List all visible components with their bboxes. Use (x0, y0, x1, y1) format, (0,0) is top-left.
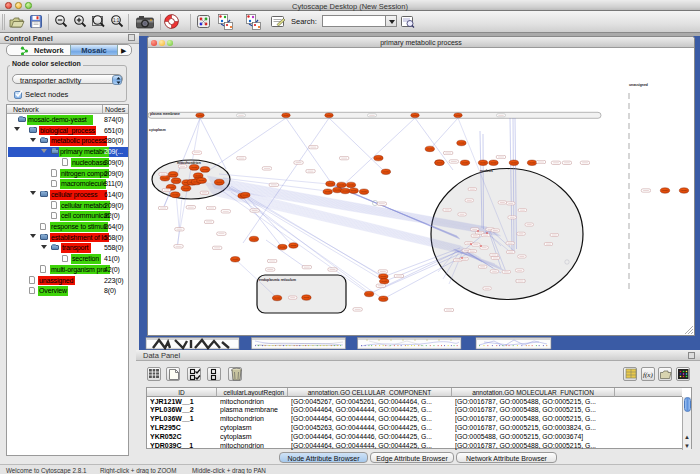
svg-text:plasma membrane: plasma membrane (150, 112, 180, 116)
svg-text:endoplasmic reticulum: endoplasmic reticulum (259, 278, 296, 282)
svg-text:unassigned: unassigned (629, 83, 648, 87)
svg-text:mitochondrion: mitochondrion (177, 161, 201, 165)
svg-text:cytoplasm: cytoplasm (149, 128, 166, 132)
svg-text:1:1: 1:1 (113, 18, 120, 23)
svg-text:nucleus: nucleus (480, 169, 493, 173)
